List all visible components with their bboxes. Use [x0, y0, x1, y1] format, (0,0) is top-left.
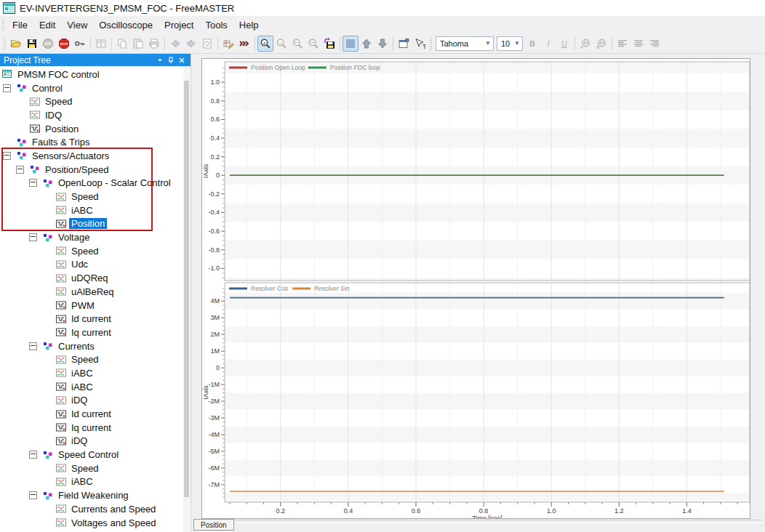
scope-icon — [56, 205, 66, 215]
recorder-icon — [56, 422, 66, 432]
collapse-expander-icon[interactable] — [29, 451, 37, 459]
tree-item-position[interactable]: Position — [0, 122, 191, 136]
goto-bookmark-button[interactable] — [236, 36, 252, 52]
tree-item-sensors-actuators[interactable]: Sensors/Actuators — [0, 149, 191, 163]
save-scope-image-button[interactable] — [321, 36, 337, 52]
oscilloscope-plots[interactable]: 1.00.80.60.40.20-0.2-0.4-0.6-0.8-1.0IAxi… — [202, 59, 750, 518]
svg-text:0.2: 0.2 — [276, 507, 286, 515]
svg-text:1.2: 1.2 — [614, 507, 624, 515]
edit-variable-button[interactable] — [220, 36, 236, 52]
svg-text:B: B — [529, 39, 535, 48]
recorder-icon — [56, 327, 66, 337]
tree-item-label: Faults & Trips — [30, 137, 92, 148]
paste-button — [130, 36, 146, 52]
tree-item-pmsm-foc-control[interactable]: PMSM FOC control — [0, 68, 191, 81]
tree-item-speed[interactable]: Speed — [0, 244, 191, 258]
scale-up-button[interactable] — [359, 36, 375, 52]
scope-icon — [56, 395, 66, 406]
tree-item-id-current[interactable]: Id current — [0, 312, 191, 326]
tree-item-pwm[interactable]: PWM — [0, 299, 191, 313]
tree-item-label: iABC — [69, 368, 95, 379]
font-size-combo[interactable]: 10▼ — [497, 36, 523, 51]
tree-item-label: Currents — [56, 341, 97, 352]
tree-item-idq[interactable]: iDQ — [0, 435, 191, 448]
connection-key-button[interactable] — [72, 36, 88, 52]
tree-item-iq-current[interactable]: Iq current — [0, 326, 191, 339]
font-name-combo[interactable]: Tahoma▼ — [436, 36, 494, 51]
collapse-expander-icon[interactable] — [29, 179, 37, 187]
collapse-expander-icon[interactable] — [16, 166, 24, 174]
menu-edit[interactable]: Edit — [33, 17, 61, 33]
collapse-expander-icon[interactable] — [3, 152, 11, 160]
tree-item-speed[interactable]: Speed — [0, 352, 191, 366]
tab-position[interactable]: Position — [193, 519, 234, 531]
svg-text:0.8: 0.8 — [210, 97, 220, 105]
tree-item-idq[interactable]: IDQ — [0, 108, 191, 122]
tree-scrollbar[interactable] — [183, 66, 190, 532]
pin-icon[interactable] — [165, 55, 176, 65]
collapse-expander-icon[interactable] — [29, 233, 37, 241]
tree-item-label: Speed — [69, 354, 101, 365]
tree-item-position-speed[interactable]: Position/Speed — [0, 163, 191, 177]
save-project-button[interactable] — [24, 36, 40, 52]
tree-item-idq[interactable]: iDQ — [0, 394, 191, 408]
tree-item-speed[interactable]: Speed — [0, 462, 191, 475]
tree-item-iabc[interactable]: iABC — [0, 475, 191, 489]
collapse-expander-icon[interactable] — [3, 84, 11, 92]
tree-item-label: iDQ — [69, 395, 89, 406]
chevron-down-icon[interactable]: ▼ — [481, 40, 491, 47]
menu-project[interactable]: Project — [159, 17, 199, 33]
page-properties-button[interactable]: 1 — [396, 36, 412, 52]
svg-text:0.8: 0.8 — [479, 507, 489, 515]
oscilloscope-canvas[interactable]: 1.00.80.60.40.20-0.2-0.4-0.6-0.8-1.0IAxi… — [201, 58, 750, 519]
menu-tools[interactable]: Tools — [199, 17, 233, 33]
project-tree-title: Project Tree — [4, 55, 51, 65]
tree-item-ualbereq[interactable]: uAlBeReq — [0, 285, 191, 299]
tree-scrollbar-thumb[interactable] — [184, 81, 189, 497]
tree-item-iq-current[interactable]: Iq current — [0, 421, 191, 435]
menubar-grip — [2, 19, 4, 31]
tree-item-voltages-and-speed[interactable]: Voltages and Speed — [0, 516, 191, 530]
tree-item-control[interactable]: Control — [0, 81, 191, 95]
toolbar-separator — [574, 37, 575, 50]
tree-item-currents[interactable]: Currents — [0, 339, 191, 353]
tree-item-udc[interactable]: Udc — [0, 258, 191, 272]
tree-item-iabc[interactable]: iABC — [0, 203, 191, 217]
tree-item-speed[interactable]: Speed — [0, 94, 191, 108]
svg-text:-1.0: -1.0 — [208, 265, 220, 272]
zoom-in-button[interactable]: z — [257, 36, 273, 52]
tree-item-iabc[interactable]: iABC — [0, 380, 191, 394]
open-project-button[interactable] — [8, 36, 24, 52]
grid-toggle-button[interactable] — [343, 36, 359, 52]
tree-item-openloop-scalar-control[interactable]: OpenLoop - Scalar Control — [0, 177, 191, 190]
collapse-expander-icon[interactable] — [29, 491, 37, 499]
menu-file[interactable]: File — [7, 17, 33, 33]
tree-item-id-current[interactable]: Id current — [0, 407, 191, 421]
menu-help[interactable]: Help — [233, 17, 265, 33]
tree-item-currents-and-speed[interactable]: Currents and Speed — [0, 502, 191, 516]
tree-item-udqreq[interactable]: uDQReq — [0, 271, 191, 285]
window-title: EV-INVERTERGEN3_PMSM_FOC - FreeMASTER — [20, 3, 234, 14]
tree-item-position[interactable]: Position — [0, 217, 191, 231]
context-help-button[interactable]: ? — [412, 36, 428, 52]
chevron-down-icon[interactable]: ▼ — [510, 40, 520, 47]
italic-button: I — [540, 36, 556, 52]
tree-item-voltage[interactable]: Voltage — [0, 230, 191, 244]
menu-view[interactable]: View — [61, 17, 93, 33]
panel-menu-chevron-icon[interactable] — [154, 55, 165, 65]
stop-button[interactable]: STOP — [56, 36, 72, 52]
recorder-icon — [56, 219, 66, 229]
tree-item-speed-control[interactable]: Speed Control — [0, 448, 191, 462]
close-icon[interactable] — [176, 55, 187, 65]
svg-text:1.0: 1.0 — [547, 507, 556, 515]
tree-item-speed[interactable]: Speed — [0, 190, 191, 203]
tree-item-faults-trips[interactable]: Faults & Trips — [0, 135, 191, 149]
svg-text:-0.2: -0.2 — [208, 190, 220, 198]
toolbar-grip — [430, 38, 432, 49]
svg-text:-2M: -2M — [209, 398, 220, 405]
menu-oscilloscope[interactable]: Oscilloscope — [93, 17, 159, 33]
tree-item-field-weakening[interactable]: Field Weakening — [0, 488, 191, 502]
collapse-expander-icon[interactable] — [29, 342, 37, 350]
scale-down-button[interactable] — [375, 36, 390, 52]
tree-item-iabc[interactable]: iABC — [0, 366, 191, 380]
